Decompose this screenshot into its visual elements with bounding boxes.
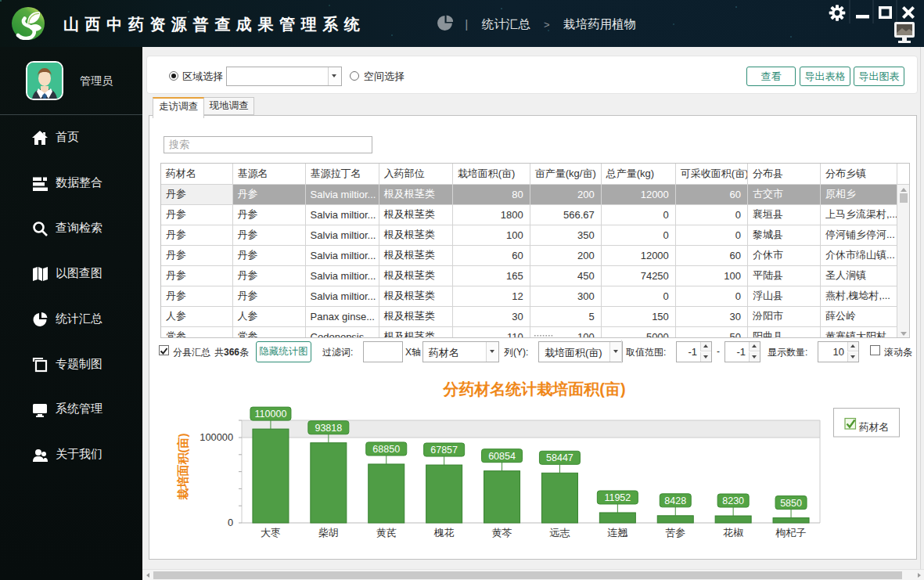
svg-text:槐花: 槐花 (433, 527, 455, 539)
svg-text:100000: 100000 (200, 431, 233, 443)
svg-text:栽培面积(亩): 栽培面积(亩) (176, 434, 189, 501)
svg-text:0: 0 (228, 517, 233, 528)
svg-text:8230: 8230 (722, 495, 744, 506)
svg-text:93818: 93818 (315, 423, 342, 434)
svg-text:60854: 60854 (488, 451, 516, 462)
svg-text:8428: 8428 (664, 495, 686, 506)
svg-text:110000: 110000 (255, 409, 287, 420)
svg-text:枸杞子: 枸杞子 (775, 527, 807, 539)
svg-text:黄芪: 黄芪 (376, 527, 397, 539)
svg-text:5850: 5850 (780, 498, 802, 509)
svg-text:苦参: 苦参 (665, 527, 685, 539)
svg-text:58447: 58447 (546, 452, 573, 463)
svg-text:黄芩: 黄芩 (492, 527, 512, 539)
svg-text:分药材名统计栽培面积(亩): 分药材名统计栽培面积(亩) (442, 380, 625, 398)
svg-text:68850: 68850 (372, 444, 400, 455)
svg-text:药材名: 药材名 (858, 421, 889, 433)
svg-text:远志: 远志 (549, 527, 570, 539)
svg-text:连翘: 连翘 (607, 527, 627, 539)
svg-text:大枣: 大枣 (261, 527, 281, 539)
svg-text:67857: 67857 (430, 445, 458, 456)
svg-text:柴胡: 柴胡 (318, 527, 339, 539)
svg-text:11952: 11952 (604, 492, 631, 503)
svg-text:花椒: 花椒 (722, 527, 743, 539)
